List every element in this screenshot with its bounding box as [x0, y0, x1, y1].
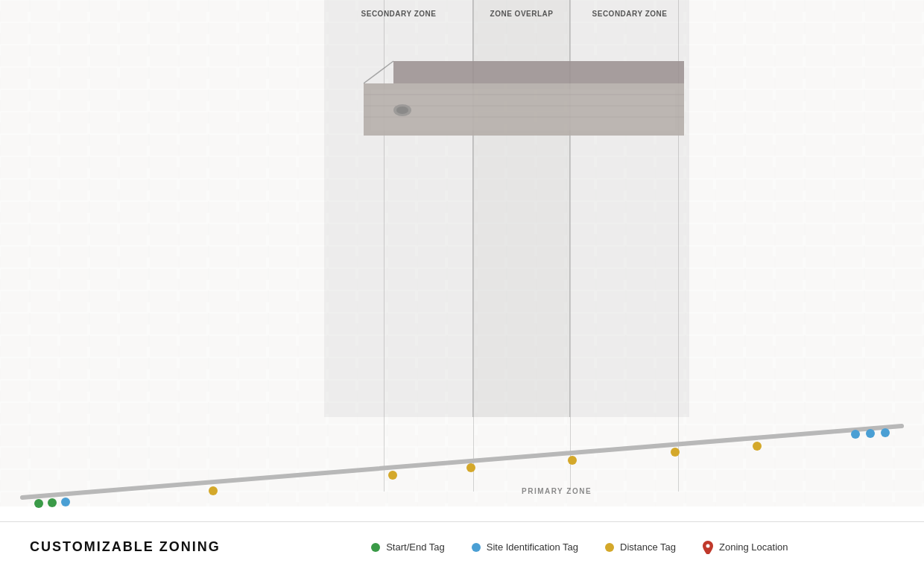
svg-rect-12 — [371, 89, 675, 130]
legend-distance: Distance Tag — [605, 541, 676, 553]
svg-line-18 — [364, 61, 393, 83]
distance-tag-label: Distance Tag — [620, 541, 676, 553]
zoning-location-label: Zoning Location — [719, 541, 788, 553]
svg-point-32 — [706, 544, 709, 547]
start-end-label: Start/End Tag — [386, 541, 445, 553]
legend-start-end: Start/End Tag — [371, 541, 445, 553]
primary-zone-label: PRIMARY ZONE — [522, 487, 592, 495]
legend-items: Start/End Tag Site Identification Tag Di… — [265, 541, 894, 554]
zone-label-overlap: ZONE OVERLAP — [473, 9, 570, 19]
zone-label-secondary-left: SECONDARY ZONE — [324, 9, 473, 19]
start-end-dot — [371, 543, 380, 552]
distance-dot — [605, 543, 614, 552]
svg-point-14 — [396, 107, 408, 114]
footer-title: CUSTOMIZABLE ZONING — [30, 539, 221, 555]
svg-marker-9 — [393, 61, 684, 83]
legend-site-id: Site Identification Tag — [472, 541, 578, 553]
site-id-label: Site Identification Tag — [487, 541, 578, 553]
footer-legend: CUSTOMIZABLE ZONING Start/End Tag Site I… — [0, 521, 924, 572]
zone-label-secondary-right: SECONDARY ZONE — [570, 9, 689, 19]
legend-zoning-location: Zoning Location — [703, 541, 788, 554]
site-id-dot — [472, 543, 481, 552]
visualization-area: SECONDARY ZONE ZONE OVERLAP SECONDARY ZO… — [0, 0, 924, 521]
location-pin-icon — [703, 541, 713, 554]
container-3d — [364, 54, 684, 143]
